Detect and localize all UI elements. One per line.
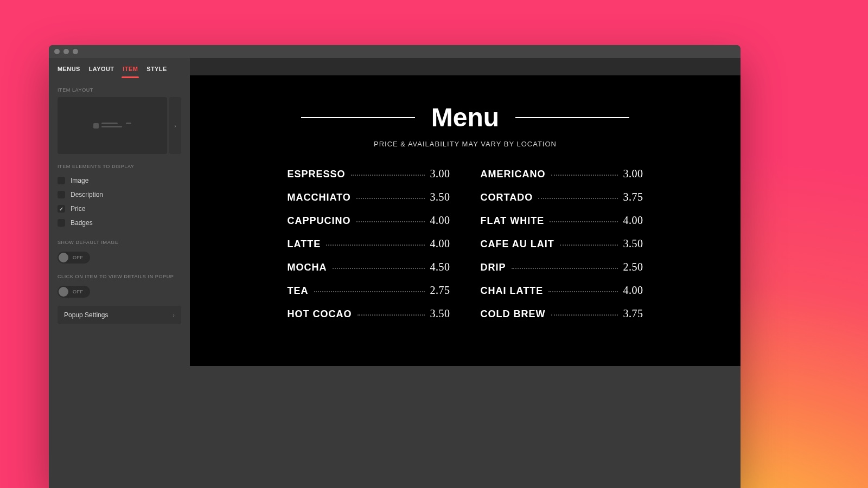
leader-dots (356, 221, 425, 222)
checkbox-icon (58, 191, 65, 198)
menu-item-name: DRIP (481, 262, 506, 273)
menu-item[interactable]: TEA2.75 (288, 284, 450, 297)
menu-item-name: MOCHA (288, 262, 327, 273)
element-toggle-label: Description (71, 191, 103, 198)
menu-item-name: ESPRESSO (288, 169, 346, 180)
menu-item-price: 4.00 (623, 214, 643, 227)
menu-item-name: CHAI LATTE (481, 285, 544, 297)
default-image-toggle-state: OFF (73, 255, 89, 260)
element-toggle-label: Image (71, 177, 88, 184)
menu-item-name: MACCHIATO (288, 192, 351, 203)
menu-preview: Menu PRICE & AVAILABILITY MAY VARY BY LO… (190, 75, 741, 366)
checkbox-icon (58, 219, 65, 227)
item-layout-option[interactable] (58, 97, 167, 154)
tab-item[interactable]: ITEM (123, 66, 138, 78)
element-toggle-label: Badges (71, 219, 93, 227)
menu-item[interactable]: CAFE AU LAIT3.50 (481, 237, 643, 250)
section-elements-label: ITEM ELEMENTS TO DISPLAY (49, 154, 190, 174)
menu-item-price: 3.00 (623, 168, 643, 180)
popup-settings-row[interactable]: Popup Settings › (58, 306, 181, 324)
leader-dots (358, 314, 425, 316)
menu-item[interactable]: CORTADO3.75 (481, 191, 643, 203)
menu-item[interactable]: DRIP2.50 (481, 261, 643, 273)
menu-title: Menu (431, 102, 499, 132)
menu-item[interactable]: ESPRESSO3.00 (288, 168, 450, 180)
menu-item-price: 3.50 (430, 191, 450, 203)
element-toggle-image[interactable]: Image (49, 174, 190, 188)
menu-column: AMERICANO3.00CORTADO3.75FLAT WHITE4.00CA… (481, 168, 643, 320)
leader-dots (356, 198, 425, 199)
menu-column: ESPRESSO3.00MACCHIATO3.50CAPPUCINO4.00LA… (288, 168, 450, 320)
element-toggle-description[interactable]: Description (49, 188, 190, 202)
section-default-image-label: SHOW DEFAULT IMAGE (49, 230, 190, 249)
leader-dots (551, 175, 618, 176)
default-image-toggle[interactable]: OFF (58, 252, 90, 264)
tab-style[interactable]: STYLE (146, 66, 167, 78)
menu-item-price: 3.75 (623, 191, 643, 203)
popup-toggle[interactable]: OFF (58, 286, 90, 298)
leader-dots (551, 314, 618, 316)
menu-item[interactable]: CAPPUCINO4.00 (288, 214, 450, 227)
menu-item-name: CAPPUCINO (288, 215, 351, 227)
menu-item-name: TEA (288, 285, 309, 297)
preview-footer-area (190, 366, 741, 488)
menu-item-price: 4.00 (430, 214, 450, 227)
leader-dots (351, 175, 425, 176)
checkbox-icon (58, 177, 65, 184)
section-popup-label: CLICK ON ITEM TO VIEW DETAILS IN POPUP (49, 264, 190, 284)
leader-dots (333, 268, 425, 269)
element-toggle-label: Price (71, 205, 85, 213)
menu-item-name: AMERICANO (481, 169, 546, 180)
menu-item-name: HOT COCAO (288, 309, 352, 320)
menu-item[interactable]: MACCHIATO3.50 (288, 191, 450, 203)
menu-item[interactable]: HOT COCAO3.50 (288, 307, 450, 320)
divider-right (515, 117, 629, 118)
menu-item-name: FLAT WHITE (481, 215, 545, 227)
popup-toggle-state: OFF (73, 289, 89, 294)
menu-item-name: COLD BREW (481, 309, 546, 320)
tab-layout[interactable]: LAYOUT (89, 66, 114, 78)
menu-subtitle: PRICE & AVAILABILITY MAY VARY BY LOCATIO… (212, 140, 719, 148)
window-titlebar (49, 45, 741, 58)
leader-dots (550, 221, 617, 222)
element-toggle-price[interactable]: Price (49, 202, 190, 216)
leader-dots (326, 245, 424, 246)
menu-header: Menu (212, 102, 719, 132)
window-close-icon[interactable] (54, 49, 60, 54)
chevron-right-icon: › (173, 312, 175, 318)
menu-item-price: 2.50 (623, 261, 643, 273)
element-toggle-badges[interactable]: Badges (49, 216, 190, 230)
menu-item[interactable]: MOCHA4.50 (288, 261, 450, 273)
checkbox-icon (58, 205, 65, 213)
sidebar-tabs: MENUS LAYOUT ITEM STYLE (49, 58, 190, 78)
menu-item-price: 3.75 (623, 307, 643, 320)
settings-sidebar: MENUS LAYOUT ITEM STYLE ITEM LAYOUT (49, 58, 190, 488)
menu-item-price: 3.00 (430, 168, 450, 180)
menu-item-price: 3.50 (623, 237, 643, 250)
menu-item[interactable]: FLAT WHITE4.00 (481, 214, 643, 227)
leader-dots (512, 268, 618, 269)
menu-item-price: 4.00 (623, 284, 643, 297)
menu-item-price: 4.50 (430, 261, 450, 273)
item-layout-preview (93, 123, 131, 129)
menu-item[interactable]: CHAI LATTE4.00 (481, 284, 643, 297)
leader-dots (548, 291, 617, 292)
window-zoom-icon[interactable] (73, 49, 78, 54)
menu-item-name: CORTADO (481, 192, 533, 203)
menu-item-name: CAFE AU LAIT (481, 239, 554, 250)
tab-menus[interactable]: MENUS (58, 66, 80, 78)
preview-pane: Menu PRICE & AVAILABILITY MAY VARY BY LO… (190, 58, 741, 488)
menu-item[interactable]: COLD BREW3.75 (481, 307, 643, 320)
menu-item[interactable]: AMERICANO3.00 (481, 168, 643, 180)
preview-header-bar (190, 58, 741, 75)
window-minimize-icon[interactable] (63, 49, 69, 54)
menu-item-price: 3.50 (430, 307, 450, 320)
menu-item[interactable]: LATTE4.00 (288, 237, 450, 250)
item-layout-next-button[interactable]: › (169, 97, 181, 154)
menu-item-price: 4.00 (430, 237, 450, 250)
section-item-layout-label: ITEM LAYOUT (49, 78, 190, 97)
menu-columns: ESPRESSO3.00MACCHIATO3.50CAPPUCINO4.00LA… (212, 168, 719, 320)
toggle-knob-icon (59, 287, 68, 297)
leader-dots (538, 198, 617, 199)
divider-left (301, 117, 415, 118)
